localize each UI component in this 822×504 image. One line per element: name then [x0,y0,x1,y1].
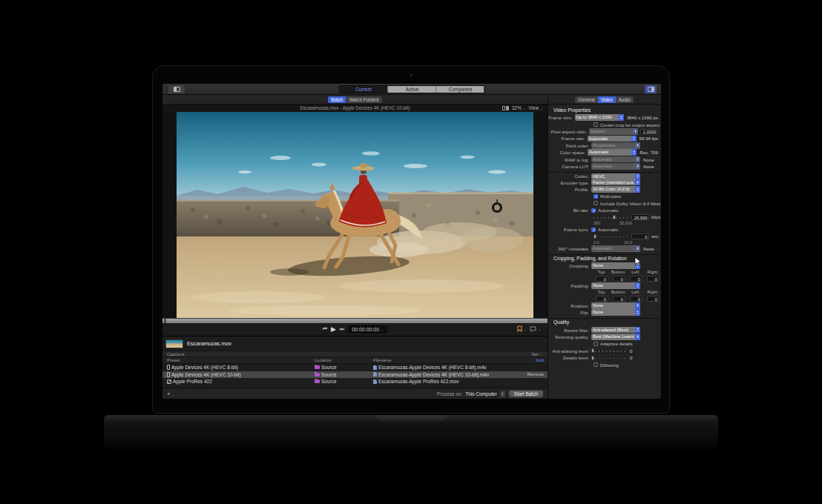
pad-right-field[interactable]: 0 [647,296,660,302]
dolby-vision-checkbox[interactable] [594,201,598,205]
chevron-down-icon[interactable] [525,327,527,331]
crop-top-field[interactable]: 0 [596,276,608,282]
zoom-level-dropdown[interactable]: 32% [512,105,526,110]
table-row[interactable]: Apple ProRes 422 Source Escaramuzas-Appl… [162,378,548,385]
mouse-cursor [634,256,642,267]
inspector-toggle-button[interactable] [645,85,657,93]
tab-video[interactable]: Video [598,96,616,103]
comment-bubble-icon[interactable] [530,326,536,332]
captions-set-dropdown[interactable]: Set [532,352,543,357]
batch-panel: Escaramuzas.mov Captions Set Preset Loca… [162,336,548,399]
crop-left-field[interactable]: 0 [630,276,642,282]
popup-arrows-icon [635,282,640,289]
codec-popup[interactable]: HEVC [591,173,640,180]
previous-frame-button[interactable]: ⏮ [323,325,327,334]
remove-button[interactable]: Remove [527,372,544,377]
details-level-value: 0 [630,355,632,360]
retiming-quality-popup[interactable]: Best (Machine Learni… [591,334,640,340]
flip-label: Flip: [548,310,591,315]
tab-watch-folders[interactable]: Watch Folders [346,96,381,103]
padding-popup[interactable]: None [591,282,640,289]
start-batch-button[interactable]: Start Batch [508,390,544,398]
process-on-value[interactable]: This Computer [465,391,497,397]
frame-size-popup[interactable]: Up to 3840 x 2160 [575,114,624,121]
cropping-popup[interactable]: None [591,262,640,269]
batch-job-header[interactable]: Escaramuzas.mov [165,338,545,349]
tab-batch[interactable]: Batch [328,96,346,103]
frame-sync-field[interactable]: 0 [631,233,649,239]
view-dropdown[interactable]: View [529,105,544,110]
captions-row: Captions Set [162,351,548,357]
add-job-button[interactable]: + [167,391,174,397]
process-on-stepper[interactable] [500,391,505,397]
folder-icon [315,373,320,377]
tab-completed[interactable]: Completed [436,86,484,93]
adaptive-details-checkbox[interactable] [594,342,598,346]
bit-rate-auto-checkbox[interactable] [591,208,596,213]
pixel-aspect-popup[interactable]: Square [589,128,638,135]
pad-bottom-field[interactable]: 0 [613,296,625,302]
frame-sync-slider[interactable] [594,233,629,239]
timecode-display[interactable]: 00:00:00:00 [348,325,387,334]
resize-filter-popup[interactable]: Anti-aliased (Best) [591,327,640,334]
video-preview-frame[interactable] [177,112,533,318]
profile-popup[interactable]: 10-Bit Color (4:2:0) [591,186,640,193]
chevron-down-icon[interactable] [539,327,542,331]
tab-general[interactable]: General [575,96,597,103]
tab-current[interactable]: Current [340,86,388,93]
pad-top-field[interactable]: 0 [596,296,608,302]
batch-toolbar: + Process on: This Computer Start Batch [162,388,548,399]
bit-rate-unit: kbps [651,215,660,219]
split-view-icon[interactable] [502,106,509,110]
encoder-type-popup[interactable]: Faster (standard qua… [591,179,640,186]
frame-sync-auto-checkbox[interactable] [591,228,596,232]
sidebar-toggle-button[interactable] [168,85,185,93]
raw-to-log-popup[interactable]: Automatic [591,156,640,163]
dithering-checkbox[interactable] [594,362,598,367]
popup-arrows-icon [619,114,624,121]
anti-aliasing-label: Anti-aliasing level: [548,348,591,354]
add-output-link[interactable]: Add [536,358,544,362]
field-order-popup[interactable]: Progressive [591,142,640,149]
sidebar-panel-icon [174,87,180,92]
pixel-aspect-field[interactable]: 1.0000 [640,129,658,135]
tab-audio[interactable]: Audio [616,96,634,103]
rotation-label: Rotation: [548,303,591,308]
macbook-screen-bezel: Current Active Completed Batch Watch Fol… [152,65,670,414]
flip-popup[interactable]: None [591,309,640,316]
anti-aliasing-slider[interactable] [591,348,627,354]
column-location: Location [315,358,332,362]
crop-right-field[interactable]: 0 [647,276,660,282]
frame-sync-min: 2.0 [594,240,599,245]
frame-rate-popup[interactable]: Automatic [588,136,637,142]
camera-lut-label: Camera LUT: [548,164,591,169]
bit-rate-min: 300 [594,221,600,225]
webcam-dot [410,74,412,76]
popup-arrows-icon [635,163,640,170]
frame-size-label: Frame size: [548,115,575,120]
folder-icon [315,379,320,383]
color-space-popup[interactable]: Automatic [588,149,637,156]
next-frame-button[interactable]: ⏭ [340,325,344,334]
center-crop-label: Center crop for output aspect ratio [600,122,660,127]
timeline-scrubber[interactable] [162,318,548,323]
file-icon [373,379,377,384]
bit-rate-slider[interactable] [594,214,629,220]
camera-lut-popup[interactable]: Automatic [591,163,640,170]
bit-rate-field[interactable]: 26,999 [631,214,649,220]
play-button[interactable]: ▶ [331,325,336,334]
crop-bottom-field[interactable]: 0 [613,276,625,282]
encoder-type-label: Encoder type: [548,180,591,185]
rotation-popup[interactable]: None [591,302,640,309]
tab-active[interactable]: Active [388,86,436,93]
multi-pass-checkbox[interactable] [594,194,598,199]
pad-left-field[interactable]: 0 [630,296,642,302]
dolby-vision-label: Include Dolby Vision 8.4 Metadata [600,201,660,206]
details-level-slider[interactable] [591,355,627,361]
table-row-selected[interactable]: Apple Devices 4K (HEVC 10-bit) Source Es… [162,371,548,379]
bookmark-icon[interactable] [517,325,522,332]
meta360-popup[interactable]: Automatic [591,245,640,252]
table-row[interactable]: Apple Devices 4K (HEVC 8-bit) Source Esc… [162,364,548,371]
center-crop-checkbox[interactable] [594,122,598,127]
section-quality: Quality [548,318,660,326]
